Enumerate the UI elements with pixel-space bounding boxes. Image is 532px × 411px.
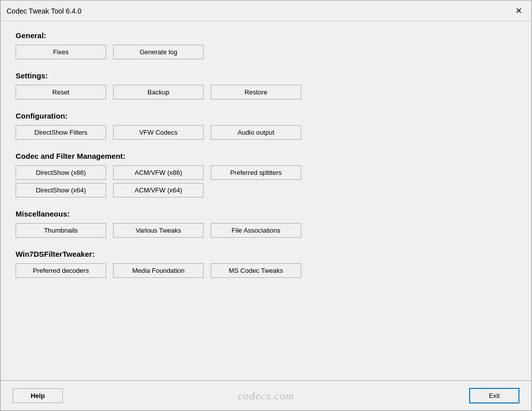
button-3-1-1[interactable]: ACM/VFW (x64) (113, 183, 204, 197)
button-3-0-0[interactable]: DirectShow (x86) (16, 165, 106, 180)
main-window: Codec Tweak Tool 6.4.0 ✕ General:FixesGe… (0, 0, 532, 411)
button-3-0-2[interactable]: Preferred splitters (211, 165, 301, 180)
btn-row-0-0: FixesGenerate log (16, 45, 516, 59)
btn-row-5-0: Preferred decodersMedia FoundationMS Cod… (16, 263, 516, 278)
button-1-0-1[interactable]: Backup (113, 85, 204, 99)
button-2-0-0[interactable]: DirectShow Filters (16, 125, 106, 140)
button-5-0-2[interactable]: MS Codec Tweaks (211, 263, 301, 278)
btn-row-3-1: DirectShow (x64)ACM/VFW (x64) (16, 183, 516, 197)
window-title: Codec Tweak Tool 6.4.0 (7, 7, 81, 15)
btn-row-1-0: ResetBackupRestore (16, 85, 516, 99)
button-2-0-2[interactable]: Audio output (211, 125, 301, 140)
button-5-0-1[interactable]: Media Foundation (113, 263, 204, 278)
section-label-3: Codec and Filter Management: (16, 152, 516, 160)
section-label-1: Settings: (16, 71, 516, 80)
button-2-0-1[interactable]: VFW Codecs (113, 125, 204, 140)
button-4-0-2[interactable]: File Associations (211, 223, 301, 238)
section-label-2: Configuration: (16, 112, 516, 120)
button-0-0-0[interactable]: Fixes (16, 45, 106, 59)
footer-logo: codecs.com (63, 389, 469, 402)
button-3-1-0[interactable]: DirectShow (x64) (16, 183, 106, 197)
title-bar: Codec Tweak Tool 6.4.0 ✕ (1, 1, 531, 21)
button-4-0-0[interactable]: Thumbnails (16, 223, 106, 238)
close-button[interactable]: ✕ (511, 4, 525, 18)
button-4-0-1[interactable]: Various Tweaks (113, 223, 204, 238)
button-3-0-1[interactable]: ACM/VFW (x86) (113, 165, 204, 180)
btn-row-4-0: ThumbnailsVarious TweaksFile Association… (16, 223, 516, 238)
button-1-0-2[interactable]: Restore (211, 85, 301, 99)
btn-row-2-0: DirectShow FiltersVFW CodecsAudio output (16, 125, 516, 140)
button-5-0-0[interactable]: Preferred decoders (16, 263, 106, 278)
section-label-5: Win7DSFilterTweaker: (16, 250, 516, 258)
section-label-0: General: (16, 31, 516, 40)
exit-button[interactable]: Exit (469, 388, 519, 403)
button-1-0-0[interactable]: Reset (16, 85, 106, 99)
section-label-4: Miscellaneous: (16, 210, 516, 218)
btn-row-3-0: DirectShow (x86)ACM/VFW (x86)Preferred s… (16, 165, 516, 180)
footer: Help codecs.com Exit (1, 380, 531, 410)
button-0-0-1[interactable]: Generate log (113, 45, 204, 59)
help-button[interactable]: Help (13, 388, 63, 403)
main-content: General:FixesGenerate logSettings:ResetB… (1, 21, 531, 380)
